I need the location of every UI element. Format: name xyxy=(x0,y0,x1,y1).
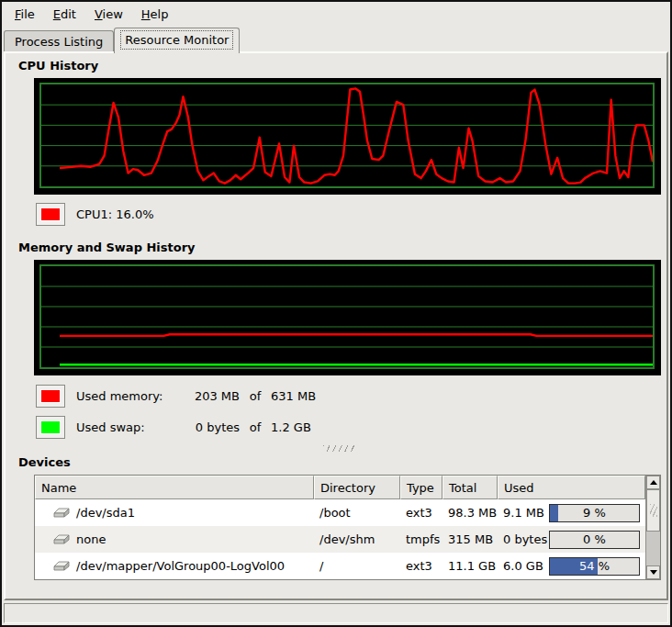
tab-resource-monitor[interactable]: Resource Monitor xyxy=(114,28,240,53)
vertical-scrollbar xyxy=(645,476,660,579)
menu-file[interactable]: File xyxy=(6,5,44,24)
column-header-directory[interactable]: Directory xyxy=(314,476,400,499)
device-type: ext3 xyxy=(400,506,442,520)
memory-swap-graph xyxy=(34,260,661,375)
device-total: 11.1 GB xyxy=(442,559,498,573)
cpu-color-button[interactable] xyxy=(36,203,65,226)
total-memory-value: 631 MB xyxy=(271,389,666,403)
scrollbar-thumb[interactable] xyxy=(646,489,660,532)
thumb-grip-icon xyxy=(650,504,657,517)
device-directory: /boot xyxy=(314,506,400,520)
device-row-volgroup[interactable]: /dev/mapper/VolGroup00-LogVol00 / ext3 1… xyxy=(35,553,645,579)
arrow-down-icon xyxy=(650,570,657,575)
devices-table: Name Directory Type Total Used /dev/sda1 xyxy=(34,475,661,580)
device-total: 98.3 MB xyxy=(442,506,498,520)
used-swap-label: Used swap: xyxy=(76,420,185,434)
scrollbar-trough[interactable] xyxy=(646,532,660,565)
used-memory-label: Used memory: xyxy=(76,389,185,403)
device-name: /dev/mapper/VolGroup00-LogVol00 xyxy=(76,559,285,573)
drive-icon xyxy=(51,560,70,573)
tab-strip: Process Listing Resource Monitor xyxy=(2,26,670,51)
device-type: ext3 xyxy=(400,559,442,573)
menu-edit[interactable]: Edit xyxy=(44,5,85,24)
drive-icon xyxy=(51,507,70,520)
swap-color-swatch xyxy=(40,420,61,434)
device-name: none xyxy=(76,532,106,546)
device-directory: / xyxy=(314,559,400,573)
status-bar xyxy=(4,603,668,623)
system-monitor-window: File Edit View Help Process Listing Reso… xyxy=(0,0,672,627)
device-type: tmpfs xyxy=(400,532,442,546)
arrow-up-icon xyxy=(650,480,657,485)
column-header-type[interactable]: Type xyxy=(400,476,442,499)
cpu-history-title: CPU History xyxy=(18,59,666,73)
memory-legend: Used memory: 203 MB of 631 MB Used swap:… xyxy=(36,385,666,439)
tab-process-listing[interactable]: Process Listing xyxy=(4,30,114,51)
device-used: 6.0 GB xyxy=(503,559,543,573)
cpu-legend: CPU1: 16.0% xyxy=(36,202,666,226)
devices-title: Devices xyxy=(18,455,666,469)
used-memory-value: 203 MB xyxy=(185,389,240,403)
menubar: File Edit View Help xyxy=(2,2,670,26)
devices-table-header: Name Directory Type Total Used xyxy=(35,476,645,499)
column-header-name[interactable]: Name xyxy=(35,476,314,499)
usage-progressbar: 54 % 54 % xyxy=(549,557,640,576)
memory-history-title: Memory and Swap History xyxy=(18,241,666,254)
memory-swap-plot xyxy=(41,266,653,367)
column-header-total[interactable]: Total xyxy=(442,476,498,499)
device-row-sda1[interactable]: /dev/sda1 /boot ext3 98.3 MB 9.1 MB 9 % … xyxy=(35,499,645,526)
resource-monitor-page: CPU History CPU1: 16.0% Memory and Swap … xyxy=(4,51,668,600)
swap-color-button[interactable] xyxy=(36,416,65,439)
pane-resize-grip[interactable] xyxy=(323,445,354,452)
memory-color-swatch xyxy=(40,389,61,403)
scroll-up-button[interactable] xyxy=(646,476,660,489)
cpu-history-graph xyxy=(34,78,661,195)
total-swap-value: 1.2 GB xyxy=(271,420,666,434)
usage-progressbar: 9 % 9 % xyxy=(549,504,640,522)
scroll-down-button[interactable] xyxy=(646,565,660,579)
memory-color-button[interactable] xyxy=(36,385,65,408)
cpu-color-swatch xyxy=(40,207,61,221)
drive-icon xyxy=(51,533,70,546)
pane-separator xyxy=(11,442,666,453)
device-directory: /dev/shm xyxy=(314,532,400,546)
menu-help[interactable]: Help xyxy=(132,5,178,24)
cpu-history-plot xyxy=(41,84,653,186)
used-swap-value: 0 bytes xyxy=(185,420,240,434)
device-row-none[interactable]: none /dev/shm tmpfs 315 MB 0 bytes 0 % 0… xyxy=(35,526,645,553)
column-header-used[interactable]: Used xyxy=(498,476,645,499)
device-used: 9.1 MB xyxy=(503,506,544,520)
usage-progressbar: 0 % 0 % xyxy=(549,531,640,549)
device-total: 315 MB xyxy=(442,532,498,546)
cpu-legend-label: CPU1: 16.0% xyxy=(76,207,154,221)
device-name: /dev/sda1 xyxy=(76,506,135,520)
menu-view[interactable]: View xyxy=(85,5,132,24)
device-used: 0 bytes xyxy=(503,532,547,546)
